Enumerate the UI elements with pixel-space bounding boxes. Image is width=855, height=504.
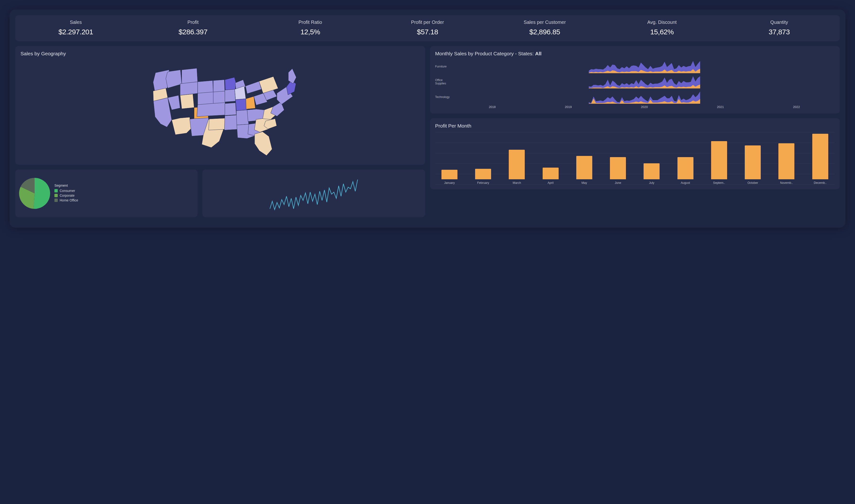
bar-label: October	[747, 181, 758, 184]
bar[interactable]	[576, 156, 592, 179]
bar-label: Novemb..	[780, 181, 793, 184]
bar-label: May	[581, 181, 587, 184]
kpi-sales-per-customer: Sales per Customer $2,896.85	[486, 20, 603, 36]
bar[interactable]	[644, 163, 660, 179]
legend-label: Home Office	[60, 198, 78, 202]
kpi-label: Avg. Discount	[603, 20, 720, 25]
pie-slice[interactable]	[34, 178, 50, 209]
bar-col[interactable]: August	[673, 157, 698, 184]
bar[interactable]	[509, 150, 525, 179]
area-series	[589, 76, 700, 88]
card-monthly-sales: Monthly Sales by Product Category - Stat…	[430, 46, 840, 113]
area-series	[589, 92, 700, 104]
bar-col[interactable]: February	[470, 169, 496, 184]
title-prefix: Monthly Sales by Product Category - Stat…	[435, 51, 535, 56]
kpi-value: $286.397	[134, 28, 251, 36]
kpi-label: Profit	[134, 20, 251, 25]
bar[interactable]	[678, 157, 694, 179]
legend-item[interactable]: Consumer	[54, 189, 78, 193]
swatch-icon	[54, 194, 58, 197]
card-title: Sales by Geography	[20, 51, 420, 56]
mini-row-label: Technology	[435, 95, 452, 99]
bar-label: Septem..	[713, 181, 725, 184]
mini-charts: FurnitureOffice SuppliesTechnology	[435, 60, 835, 104]
bar-col[interactable]: June	[605, 157, 631, 184]
mini-row: Furniture	[435, 60, 835, 73]
bar-label: February	[477, 181, 489, 184]
kpi-value: 15,62%	[603, 28, 720, 36]
bar-col[interactable]: January	[437, 170, 463, 184]
mini-row-label: Furniture	[435, 65, 452, 68]
segment-legend: Segment ConsumerCorporateHome Office	[54, 184, 78, 203]
bar-chart[interactable]: JanuaryFebruaryMarchAprilMayJuneJulyAugu…	[435, 132, 835, 184]
sparkline	[270, 180, 358, 210]
card-title: Monthly Sales by Product Category - Stat…	[435, 51, 835, 56]
mini-area-chart[interactable]	[454, 75, 835, 88]
kpi-quantity: Quantity 37,873	[721, 20, 838, 36]
xaxis-tick: 2019	[530, 105, 606, 109]
mini-row: Office Supplies	[435, 75, 835, 88]
legend-label: Consumer	[60, 189, 75, 193]
bar[interactable]	[610, 157, 626, 179]
bar-col[interactable]: Novemb..	[774, 143, 799, 184]
bar[interactable]	[779, 143, 795, 179]
xaxis-tick: 2020	[606, 105, 682, 109]
bar-col[interactable]: July	[639, 163, 665, 184]
mini-xaxis: 20182019202020212022	[435, 105, 835, 109]
kpi-label: Profit per Order	[369, 20, 486, 25]
card-segment-pie: Segment ConsumerCorporateHome Office	[15, 169, 197, 217]
bar-col[interactable]: April	[538, 167, 563, 184]
bar-label: March	[513, 181, 521, 184]
kpi-avg-discount: Avg. Discount 15,62%	[603, 20, 720, 36]
xaxis-tick: 2022	[758, 105, 835, 109]
kpi-label: Quantity	[721, 20, 838, 25]
kpi-sales: Sales $2.297.201	[17, 20, 134, 36]
bar-col[interactable]: March	[504, 150, 530, 184]
kpi-value: 12,5%	[252, 28, 369, 36]
kpi-label: Sales	[17, 20, 134, 25]
bar[interactable]	[475, 169, 491, 179]
kpi-row: Sales $2.297.201 Profit $286.397 Profit …	[15, 15, 840, 41]
card-profit-per-month: Profit Per Month JanuaryFebruaryMarchApr…	[430, 118, 840, 189]
legend-title: Segment	[54, 184, 78, 187]
kpi-value: $57.18	[369, 28, 486, 36]
kpi-profit-per-order: Profit per Order $57.18	[369, 20, 486, 36]
card-title: Profit Per Month	[435, 123, 835, 129]
bar-col[interactable]: October	[740, 145, 766, 184]
mini-row: Technology	[435, 90, 835, 104]
swatch-icon	[54, 189, 58, 193]
bar-label: April	[548, 181, 554, 184]
sparkline-chart[interactable]	[206, 175, 421, 212]
legend-label: Corporate	[60, 194, 74, 197]
kpi-value: $2.297.201	[17, 28, 134, 36]
mini-area-chart[interactable]	[454, 60, 835, 73]
legend-item[interactable]: Corporate	[54, 194, 78, 197]
bar-label: July	[649, 181, 654, 184]
kpi-value: $2,896.85	[486, 28, 603, 36]
bar-label: June	[615, 181, 621, 184]
kpi-profit: Profit $286.397	[134, 20, 251, 36]
bar-col[interactable]: May	[571, 156, 597, 184]
bar[interactable]	[745, 145, 761, 179]
mini-area-chart[interactable]	[454, 90, 835, 104]
pie-chart[interactable]	[19, 178, 50, 209]
card-sales-by-geography: Sales by Geography	[15, 46, 425, 165]
us-map[interactable]	[20, 60, 420, 160]
kpi-value: 37,873	[721, 28, 838, 36]
bar[interactable]	[711, 141, 727, 179]
bar-col[interactable]: Septem..	[706, 141, 732, 184]
bar[interactable]	[441, 170, 457, 179]
bar-col[interactable]: Decemb..	[807, 134, 833, 184]
map-svg-icon	[31, 62, 410, 158]
legend-item[interactable]: Home Office	[54, 198, 78, 202]
bar[interactable]	[543, 167, 559, 179]
bar-label: August	[681, 181, 690, 184]
swatch-icon	[54, 199, 58, 202]
kpi-profit-ratio: Profit Ratio 12,5%	[252, 20, 369, 36]
bar-label: Decemb..	[814, 181, 826, 184]
kpi-label: Sales per Customer	[486, 20, 603, 25]
xaxis-tick: 2018	[454, 105, 530, 109]
title-filter[interactable]: All	[535, 51, 542, 56]
mini-row-label: Office Supplies	[435, 78, 452, 85]
bar[interactable]	[812, 134, 828, 179]
